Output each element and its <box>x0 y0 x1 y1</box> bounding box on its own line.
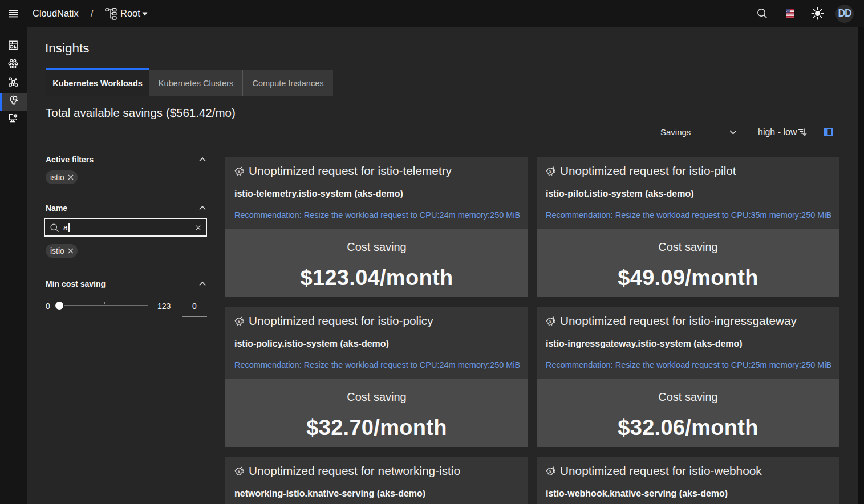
svg-text:$: $ <box>238 169 240 174</box>
svg-text:$: $ <box>549 169 551 174</box>
svg-text:$: $ <box>238 319 240 324</box>
svg-text:$: $ <box>549 319 551 324</box>
svg-text:$: $ <box>238 469 240 474</box>
svg-text:$: $ <box>549 469 551 474</box>
